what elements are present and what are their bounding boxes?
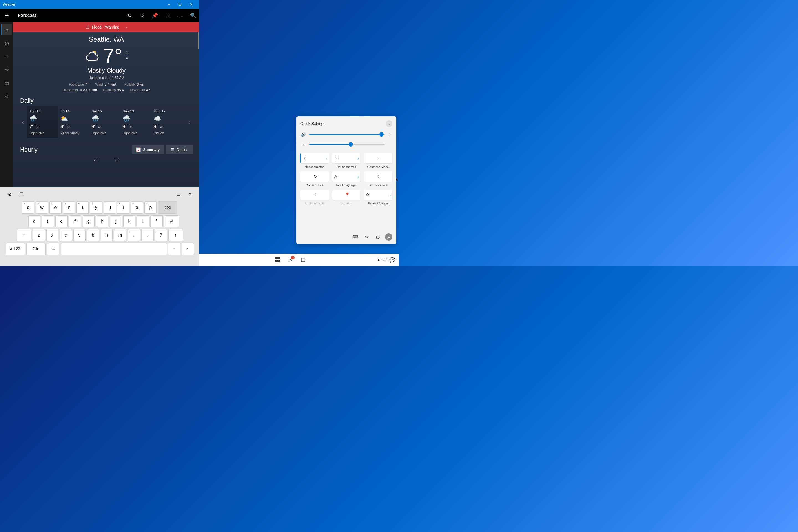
qs-tile-compose[interactable]: ▭ [364,153,392,164]
key-k[interactable]: k [123,215,135,227]
key-w[interactable]: 2w [36,202,48,214]
close-button[interactable]: ✕ [186,2,197,6]
key-h[interactable]: h [96,215,108,227]
key-s[interactable]: s [42,215,54,227]
key-v[interactable]: v [73,229,86,241]
action-center-icon[interactable]: 💬 [389,257,395,263]
qs-tile-rotation[interactable]: ⟳ [300,171,329,182]
key-c[interactable]: c [60,229,72,241]
key-'[interactable]: ' [150,215,163,227]
key-j[interactable]: j [110,215,122,227]
key-b[interactable]: b [87,229,99,241]
scrollbar[interactable] [198,32,200,187]
key-u[interactable]: 7u [103,202,116,214]
key-enter[interactable]: ↵ [164,215,179,227]
qs-tile-label: Not connected [332,165,361,169]
kbd-dock-icon[interactable]: ▭ [174,192,182,197]
summary-toggle[interactable]: 📈Summary [132,145,164,154]
key-o[interactable]: 9o [131,202,143,214]
key-p[interactable]: 0p [144,202,156,214]
day-card[interactable]: Sat 15 🌧️ 8°4° Light Rain [89,107,120,138]
qs-tile-ease[interactable]: ⟳› [364,190,392,200]
key-m[interactable]: m [114,229,126,241]
pin-button[interactable]: 📌 [149,9,161,22]
daily-prev[interactable]: ‹ [20,120,26,125]
day-card[interactable]: Fri 14 ⛅ 9°6° Partly Sunny [58,107,89,138]
more-button[interactable]: ⋯ [174,9,187,22]
unit-f[interactable]: F [126,56,128,61]
start-button[interactable] [276,257,280,263]
key-left[interactable]: ‹ [168,243,180,255]
clock[interactable]: 12:02 [377,258,386,262]
qs-settings-icon[interactable]: ⚙ [363,233,370,241]
condition: Mostly Cloudy [20,67,193,74]
day-name: Thu 13 [30,109,56,113]
kbd-clipboard-icon[interactable]: ❐ [17,192,25,197]
volume-slider[interactable]: 🔊 › [300,132,392,137]
kbd-close-icon[interactable]: ✕ [186,192,194,197]
kbd-settings-icon[interactable]: ⚙ [5,192,14,197]
key-n[interactable]: n [100,229,113,241]
key-t[interactable]: 5t [76,202,89,214]
nav-home[interactable]: ⌂ [1,24,12,36]
qs-tile-dnd[interactable]: ☾ [364,171,392,182]
key-x[interactable]: x [46,229,58,241]
units-button[interactable]: ☼ [161,9,174,22]
key-q[interactable]: 1q [22,202,34,214]
nav-news[interactable]: ▤ [1,78,12,89]
day-card[interactable]: Mon 17 ☁️ 8°4° Cloudy [151,107,182,138]
key-i[interactable]: 8i [117,202,129,214]
key-ctrl[interactable]: Ctrl [26,243,46,255]
key-space[interactable] [61,243,167,255]
qs-collapse-button[interactable]: ⌄ [386,120,392,127]
qs-tile-lang[interactable]: Aᵀ› [332,171,361,182]
qs-avatar[interactable]: A [385,233,392,241]
key-period[interactable]: :. [141,229,153,241]
key-f[interactable]: f [69,215,81,227]
qs-power-icon[interactable]: ⏻ [374,233,381,241]
day-card[interactable]: Sun 16 🌧️ 8°3° Light Rain [120,107,151,138]
chevron-right-icon: › [390,193,391,197]
nav-favorites[interactable]: ☆ [1,64,12,75]
nav-historical[interactable]: ≈ [1,51,12,62]
key-shift-left[interactable]: ↑ [17,229,31,241]
hamburger-button[interactable]: ☰ [0,9,13,22]
key-symbols[interactable]: &123 [5,243,25,255]
unit-c[interactable]: C [126,51,128,55]
key-backspace[interactable]: ⌫ [158,202,177,214]
nav-maps[interactable]: ◎ [1,38,12,49]
key-comma[interactable]: ;, [128,229,140,241]
scroll-thumb[interactable] [198,32,200,49]
key-l[interactable]: l [137,215,149,227]
nav-feedback[interactable]: ☺ [1,91,12,102]
key-emoji[interactable]: ☺ [47,243,59,255]
details-toggle[interactable]: ☰Details [166,145,193,154]
key-question[interactable]: /? [155,229,167,241]
refresh-button[interactable]: ↻ [123,9,136,22]
qs-keyboard-icon[interactable]: ⌨ [352,233,359,241]
day-card[interactable]: Thu 13 🌧️ 7°5° Light Rain [27,107,58,138]
favorite-button[interactable]: ☆ [136,9,149,22]
task-view-icon[interactable]: ❐ [301,257,305,263]
maximize-button[interactable]: ☐ [174,2,186,6]
daily-next[interactable]: › [187,120,193,125]
volume-expand[interactable]: › [387,132,392,137]
key-e[interactable]: 3e [49,202,61,214]
key-z[interactable]: z [33,229,45,241]
key-r[interactable]: 4r [63,202,75,214]
key-right[interactable]: › [182,243,194,255]
minimize-button[interactable]: − [164,2,174,6]
key-a[interactable]: a [28,215,40,227]
brightness-slider[interactable]: ☼ › [300,142,392,147]
qs-tile-bt[interactable]: ᛒ› [300,153,329,164]
search-button[interactable]: 🔍 [187,9,200,22]
key-shift-right[interactable]: ↑ [169,229,183,241]
qs-tile-display[interactable]: 🖵› [332,153,361,164]
day-name: Mon 17 [153,109,180,113]
key-d[interactable]: d [55,215,68,227]
key-y[interactable]: 6y [90,202,102,214]
taskbar-weather-icon[interactable]: ☀ [289,257,293,263]
weather-alert[interactable]: ⚠ Flood - Warning › [13,22,200,32]
compose-icon: ▭ [377,156,381,161]
key-g[interactable]: g [82,215,95,227]
